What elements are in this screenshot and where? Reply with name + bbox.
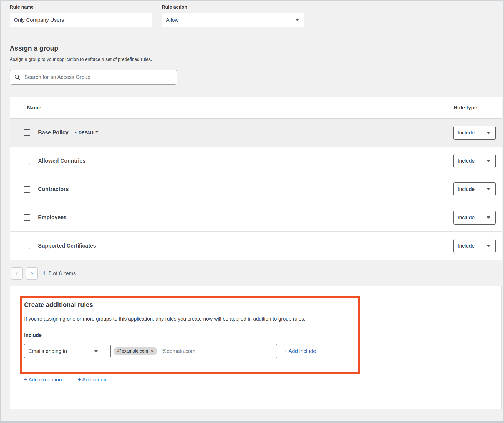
rule-type-select[interactable]: Include (453, 154, 496, 168)
email-domain-chip: @example.com ✕ (114, 347, 157, 355)
search-icon (14, 74, 20, 80)
rule-type-select[interactable]: Include (453, 126, 496, 140)
default-badge: DEFAULT (75, 130, 98, 135)
access-group-table: Name Rule type Base Policy DEFAULT Inclu… (10, 97, 502, 260)
rule-type-column-header: Rule type (453, 105, 477, 111)
footer-links: + Add exception + Add require (24, 377, 501, 383)
row-name: Contractors (38, 186, 69, 192)
chevron-down-icon (295, 19, 299, 21)
pagination-info: 1–5 of 6 items (43, 270, 76, 276)
domain-text-input[interactable] (161, 344, 274, 358)
pagination: ‹ › 1–5 of 6 items (11, 267, 503, 280)
previous-page-button[interactable]: ‹ (11, 267, 23, 280)
include-condition-value: Emails ending in (28, 348, 67, 354)
include-rule-row: Emails ending in @example.com ✕ + Add in… (24, 344, 501, 358)
rule-type-value: Include (458, 186, 475, 192)
additional-rules-card: Create additional rules If you're assign… (10, 286, 502, 409)
table-row-contractors: Contractors Include (10, 175, 502, 203)
rule-action-select[interactable]: Allow (162, 13, 304, 27)
rule-name-input[interactable] (10, 13, 152, 27)
rule-type-select[interactable]: Include (453, 182, 496, 196)
chevron-down-icon (487, 245, 490, 247)
assign-group-description: Assign a group to your application to en… (10, 57, 503, 62)
rule-type-value: Include (458, 243, 475, 249)
chip-label: @example.com (117, 349, 148, 354)
chevron-right-icon: › (31, 270, 33, 277)
add-include-link[interactable]: + Add include (284, 348, 316, 354)
additional-rules-description: If you're assigning one or more groups t… (24, 316, 501, 322)
row-checkbox[interactable] (24, 158, 30, 164)
rule-type-select[interactable]: Include (453, 239, 496, 253)
include-condition-select[interactable]: Emails ending in (24, 344, 103, 358)
rule-name-field-group: Rule name (10, 4, 152, 27)
rule-action-label: Rule action (162, 4, 304, 10)
row-checkbox[interactable] (24, 186, 30, 193)
rule-action-value: Allow (166, 17, 178, 23)
rule-name-label: Rule name (10, 4, 152, 10)
next-page-button[interactable]: › (26, 267, 38, 280)
add-exception-link[interactable]: + Add exception (24, 377, 62, 383)
add-require-link[interactable]: + Add require (78, 377, 110, 383)
rule-type-select[interactable]: Include (453, 211, 496, 225)
row-name: Base Policy (38, 129, 68, 136)
chevron-down-icon (94, 350, 98, 352)
include-label: Include (24, 333, 501, 338)
table-header: Name Rule type (10, 97, 502, 119)
name-column-header: Name (27, 105, 41, 111)
chevron-down-icon (487, 188, 490, 190)
row-checkbox[interactable] (24, 129, 30, 136)
assign-group-heading: Assign a group (10, 44, 503, 52)
table-row-employees: Employees Include (10, 203, 502, 232)
rule-form: Rule name Rule action Allow (10, 4, 503, 27)
search-input[interactable] (24, 70, 172, 84)
chevron-down-icon (487, 132, 490, 134)
additional-rules-heading: Create additional rules (24, 301, 501, 309)
chevron-down-icon (487, 160, 490, 162)
table-row-base-policy: Base Policy DEFAULT Include (10, 119, 502, 147)
row-name: Supported Certificates (38, 243, 96, 249)
row-name: Employees (38, 214, 67, 221)
chevron-down-icon (487, 216, 490, 219)
access-group-search[interactable] (10, 70, 177, 85)
row-checkbox[interactable] (24, 243, 30, 249)
policy-rule-page: Rule name Rule action Allow Assign a gro… (0, 0, 504, 423)
remove-chip-icon[interactable]: ✕ (150, 349, 154, 353)
rule-type-value: Include (458, 158, 475, 164)
email-domains-input[interactable]: @example.com ✕ (110, 344, 277, 358)
rule-type-value: Include (458, 215, 475, 221)
table-row-supported-certificates: Supported Certificates Include (10, 232, 502, 260)
rule-action-field-group: Rule action Allow (162, 4, 304, 27)
row-name: Allowed Countries (38, 158, 85, 164)
rule-type-value: Include (458, 130, 475, 136)
table-row-allowed-countries: Allowed Countries Include (10, 147, 502, 175)
row-checkbox[interactable] (24, 214, 30, 221)
chevron-left-icon: ‹ (16, 270, 18, 277)
